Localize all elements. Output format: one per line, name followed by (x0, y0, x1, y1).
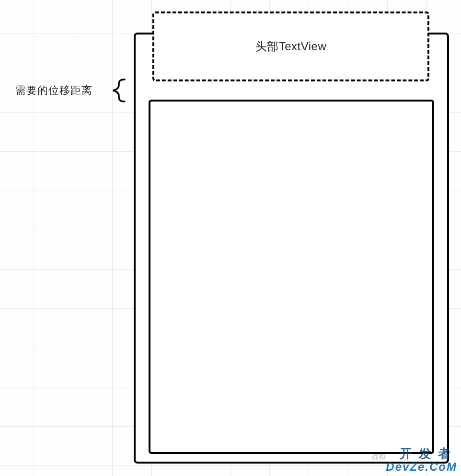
offset-distance-label: 需要的位移距离 (15, 83, 92, 98)
inner-content-rect (149, 100, 434, 454)
header-textview-label: 头部TextView (255, 39, 327, 54)
header-textview-box: 头部TextView (152, 11, 429, 81)
curly-brace-icon (105, 79, 129, 102)
